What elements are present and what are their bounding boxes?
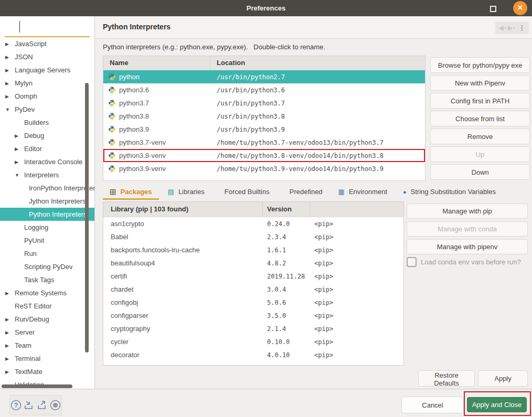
manage-button[interactable]: Manage with pipenv: [407, 239, 528, 254]
sidebar-item[interactable]: PyUnit: [0, 234, 94, 247]
sidebar-item[interactable]: Builders: [0, 116, 94, 129]
tree-arrow-icon[interactable]: ▶: [5, 330, 15, 335]
tree-arrow-icon[interactable]: ▶: [15, 133, 24, 138]
sidebar-item[interactable]: ▼ Interpreters: [0, 168, 94, 181]
cancel-button[interactable]: Cancel: [401, 397, 464, 413]
tree-arrow-icon[interactable]: ▶: [5, 41, 15, 47]
package-row[interactable]: decorator 4.0.10 <pip>: [103, 348, 403, 361]
sidebar-item[interactable]: Jython Interpreters: [0, 195, 94, 208]
sidebar-item[interactable]: ▶ Remote Systems: [0, 286, 94, 300]
sidebar-item[interactable]: ▶ Interactive Console: [0, 155, 94, 168]
package-row[interactable]: backports.functools-lru-cache 1.6.1 <pip…: [103, 243, 403, 256]
tree-arrow-icon[interactable]: ▶: [5, 68, 15, 73]
tree-arrow-icon[interactable]: ▼: [15, 173, 24, 178]
books-icon: [168, 188, 174, 195]
action-button[interactable]: Up: [430, 146, 530, 162]
manage-button[interactable]: Manage with pip: [407, 204, 528, 219]
sidebar-item[interactable]: ▼ PyDev: [0, 103, 94, 116]
sidebar-item[interactable]: ▶ Team: [0, 339, 94, 352]
sidebar-item[interactable]: ▶ JavaScript: [0, 37, 94, 50]
package-row[interactable]: cycler 0.10.0 <pip>: [103, 335, 403, 348]
vertical-scrollbar[interactable]: [85, 83, 89, 352]
tree-arrow-icon[interactable]: ▼: [5, 107, 15, 112]
sidebar-item[interactable]: ▶ TextMate: [0, 365, 94, 378]
sidebar-item[interactable]: ▶ Server: [0, 326, 94, 339]
tree-arrow-icon[interactable]: ▶: [15, 146, 24, 152]
forward-dropdown-icon[interactable]: ▾: [513, 26, 515, 30]
package-version: 3.5.0: [263, 312, 310, 319]
help-icon[interactable]: ?: [10, 399, 22, 411]
manage-button[interactable]: Manage with conda: [407, 221, 528, 237]
sidebar-item[interactable]: ▶ Oomph: [0, 90, 94, 103]
tab[interactable]: Libraries: [161, 185, 211, 200]
table-row[interactable]: python3.8-venv /home/tu/python3.8-venv/o…: [103, 149, 425, 162]
window-title: Preferences: [0, 0, 532, 16]
package-row[interactable]: beautifulsoup4 4.8.2 <pip>: [103, 256, 403, 270]
horizontal-scrollbar[interactable]: [2, 384, 72, 388]
sidebar-item[interactable]: ▶ Editor: [0, 142, 94, 155]
conda-env-checkbox[interactable]: [407, 257, 417, 267]
sidebar-item[interactable]: ▶ Language Servers: [0, 63, 94, 77]
sidebar-item[interactable]: Scripting PyDev: [0, 260, 94, 273]
sidebar-item[interactable]: Task Tags: [0, 273, 94, 286]
sidebar-item[interactable]: IronPython Interpreters: [0, 181, 94, 195]
sidebar-item[interactable]: ▶ JSON: [0, 50, 94, 63]
sidebar-item[interactable]: ▶ Mylyn: [0, 77, 94, 90]
sidebar-item[interactable]: ▶ Terminal: [0, 352, 94, 365]
package-row[interactable]: certifi 2019.11.28 <pip>: [103, 270, 403, 283]
restore-defaults-button[interactable]: Restore Defaults: [418, 370, 475, 387]
tree-arrow-icon[interactable]: ▶: [5, 81, 15, 86]
action-button[interactable]: Config first in PATH: [430, 93, 530, 109]
sidebar-item[interactable]: ReST Editor: [0, 300, 94, 313]
action-button[interactable]: Choose from list: [430, 111, 530, 126]
action-button[interactable]: Browse for python/pypy exe: [430, 57, 530, 73]
package-row[interactable]: Babel 2.3.4 <pip>: [103, 230, 403, 243]
tab[interactable]: Forced Builtins: [214, 185, 276, 200]
sidebar-item[interactable]: Logging: [0, 221, 94, 234]
table-row[interactable]: python3.6 /usr/bin/python3.6: [103, 83, 425, 97]
package-row[interactable]: chardet 3.0.4 <pip>: [103, 283, 403, 296]
tab[interactable]: Predefined: [279, 185, 329, 200]
filter-input[interactable]: [5, 17, 90, 37]
tree-arrow-icon[interactable]: ▶: [5, 369, 15, 375]
import-icon[interactable]: [23, 399, 35, 411]
table-row[interactable]: python /usr/bin/python2.7: [103, 70, 425, 83]
table-row[interactable]: python3.7 /usr/bin/python3.7: [103, 97, 425, 110]
table-row[interactable]: python3.7-venv /home/tu/python3.7-venv/o…: [103, 136, 425, 149]
forward-icon[interactable]: ▶: [508, 24, 513, 31]
sidebar-item[interactable]: Python Interpreters: [0, 208, 94, 221]
tab[interactable]: String Substitution Variables: [396, 185, 503, 200]
record-icon[interactable]: [49, 399, 61, 411]
sidebar-item[interactable]: ▶ Run/Debug: [0, 313, 94, 326]
table-row[interactable]: python3.9 /usr/bin/python3.9: [103, 123, 425, 136]
tree-arrow-icon[interactable]: ▶: [5, 94, 15, 99]
apply-and-close-button[interactable]: Apply and Close: [467, 397, 527, 412]
maximize-icon[interactable]: [490, 6, 496, 12]
table-row[interactable]: python3.8 /usr/bin/python3.8: [103, 110, 425, 123]
close-icon[interactable]: ✕: [513, 1, 527, 15]
back-icon[interactable]: ◀: [499, 24, 504, 31]
action-button[interactable]: New with Pipenv: [430, 75, 530, 91]
package-row[interactable]: configparser 3.5.0 <pip>: [103, 309, 403, 322]
package-row[interactable]: configobj 5.0.6 <pip>: [103, 296, 403, 309]
back-dropdown-icon[interactable]: ▾: [504, 26, 506, 30]
tree-arrow-icon[interactable]: ▶: [5, 55, 15, 60]
tree-arrow-icon[interactable]: ▶: [5, 317, 15, 322]
sidebar-item[interactable]: Run: [0, 247, 94, 260]
tab[interactable]: Environment: [332, 185, 394, 200]
tree-arrow-icon[interactable]: ▶: [5, 343, 15, 348]
tree-arrow-icon[interactable]: ▶: [5, 291, 15, 296]
action-button[interactable]: Down: [430, 164, 530, 180]
table-row[interactable]: python3.9-venv /home/tu/python3.9-venv/o…: [103, 162, 425, 175]
tree-arrow-icon[interactable]: ▶: [15, 159, 24, 165]
action-button[interactable]: Remove: [430, 129, 530, 144]
apply-button[interactable]: Apply: [478, 370, 528, 387]
tab[interactable]: Packages: [103, 185, 159, 200]
package-row[interactable]: cryptography 2.1.4 <pip>: [103, 322, 403, 335]
kebab-menu-icon[interactable]: ⋮: [519, 25, 525, 30]
tree-arrow-icon[interactable]: ▶: [5, 356, 15, 361]
sidebar-item[interactable]: ▶ Debug: [0, 129, 94, 142]
package-version: 0.24.0: [263, 220, 310, 228]
export-icon[interactable]: [36, 399, 48, 411]
package-row[interactable]: asn1crypto 0.24.0 <pip>: [103, 217, 403, 230]
